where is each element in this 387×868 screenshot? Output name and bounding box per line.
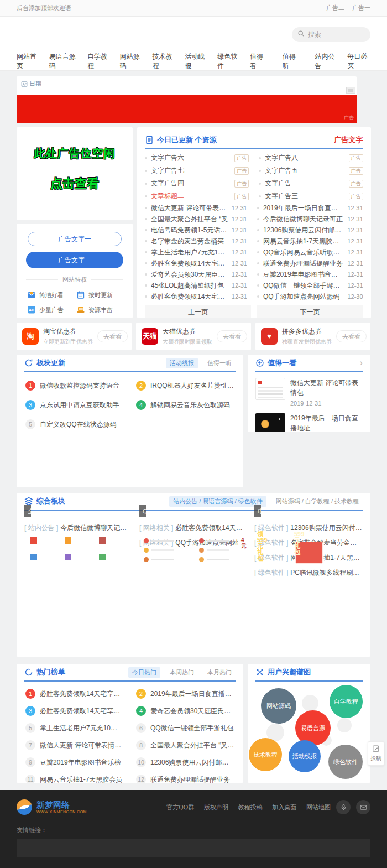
ranked-item[interactable]: 6 QQ微信一键领全部手游礼包 [136,723,234,733]
ad-text-button-1[interactable]: 广告文字一 [28,232,122,246]
post-list-item[interactable]: 今后微信微博聊天记录可正 12-31 [257,214,363,225]
post-list-item[interactable]: 微信大更新 评论可带表情包 12-31 [145,202,247,214]
interest-bubble[interactable]: 绿色软件 [328,745,363,779]
ranked-item[interactable]: 5 自定义改QQ在线状态源码 [25,419,124,429]
nav-item[interactable]: 自学教程 [87,52,111,71]
post-list-item[interactable]: QQ手游加速点亮网站源码 12-30 [257,291,363,302]
nav-item[interactable]: 活动线报 [185,52,208,71]
search-input[interactable] [308,30,360,38]
ranked-item[interactable]: 3 京东试用申请京豆获取助手 [25,400,124,410]
ranked-item[interactable]: 1 微信收款监控源码支持语音 [25,381,124,391]
ad-list-item[interactable]: 文字广告六 广告 [145,152,249,164]
post-list-item[interactable]: 网易云音乐抽1-7天黑胶会员 12-31 [257,236,363,247]
footer-link[interactable]: 版权声明 [194,803,228,812]
search-box[interactable] [292,27,370,42]
module-tab[interactable]: 活动线报 [166,358,198,368]
ranked-item[interactable]: 9 豆瓣2019年电影图书音乐榜 [25,757,124,767]
nav-item[interactable]: 绿色软件 [217,52,240,71]
composite-tab[interactable]: 网站源码 / 自学教程 / 技术教程 [272,496,363,507]
post-list-item[interactable]: 45张LOL超高清壁纸打包 12-31 [145,280,247,291]
post-list-item[interactable]: 2019年最后一场日食直播地址 12-31 [257,202,363,214]
post-list-item[interactable]: QQ微信一键领全部手游礼包 12-31 [257,280,363,291]
red-ad-banner[interactable]: 广告 [17,95,357,123]
post-list-item[interactable]: 12306购票使用云闪付邮储6 12-31 [257,225,363,236]
coupon-go-button[interactable]: 去看看 [217,330,247,342]
interest-bubble[interactable]: 网站源码 [261,688,296,724]
module-tab[interactable]: 值得一听 [203,358,236,368]
footer-link[interactable]: 网站地图 [296,803,331,812]
nav-item[interactable]: 网站首页 [17,52,40,71]
coupon-card[interactable]: ♥ 拼多多优惠券 独家直发拼团优惠券 去看看 [255,323,370,350]
nav-item[interactable]: 技术教程 [153,52,176,71]
ranked-item[interactable]: 10 12306购票使用云闪付邮储60-30 [136,757,234,767]
chevron-right-icon[interactable]: › [360,358,363,367]
coupon-go-button[interactable]: 去看看 [336,330,367,342]
nav-item[interactable]: 每日必买 [347,52,370,71]
tagged-link[interactable]: [ 绿色软件 ] 12306购票使用云闪付邮储60-30 [254,523,363,533]
tagged-link[interactable]: [ 网络相关 ] 必胜客免费领取14天宅享卡会员 [139,523,248,533]
footer-link[interactable]: 官方QQ群 [166,803,194,812]
ad-text-button-2[interactable]: 广告文字二 [26,252,123,268]
coupon-card[interactable]: 天猫 天猫优惠券 大额券限时限量领取 去看看 [136,323,251,350]
hot-tab[interactable]: 本周热门 [166,667,198,678]
ad-list-item[interactable]: 文字广告四 广告 [145,177,249,190]
post-list-item[interactable]: 名字带金的麦当劳金桶买 12-31 [145,236,247,247]
ranked-item[interactable]: 7 微信大更新 评论可带表情包 各种 [25,740,124,750]
ranked-item[interactable]: 8 全国最大聚合外挂平台 “叉叉助手 [136,740,234,750]
post-list-item[interactable]: 全国最大聚合外挂平台 “叉 12-31 [145,214,247,225]
nav-item[interactable]: 易语言源码 [49,52,78,71]
coupon-go-button[interactable]: 去看看 [97,330,128,342]
main-nav: 网站首页易语言源码自学教程网站源码技术教程活动线报绿色软件值得一看值得一听站内公… [0,52,387,71]
interest-bubble[interactable]: 技术教程 [249,738,282,771]
mail-contact-button[interactable] [356,800,370,814]
worth-item[interactable]: 2019年最后一场日食直播地址 2019-12-31 [255,413,363,432]
ranked-item[interactable]: 2 2019年最后一场日食直播地址 [136,689,234,699]
post-list-item[interactable]: 电信号码免费领1-5元话费秒 12-31 [145,225,247,236]
ad-list-item[interactable]: 文字广告三 广告 [259,190,363,202]
composite-tab[interactable]: 站内公告 / 易语言源码 / 绿色软件 [169,496,266,507]
hot-tab[interactable]: 本月热门 [203,667,236,678]
post-list-item[interactable]: 必胜客免费领取14天宅享卡 12-31 [145,258,247,269]
prev-page-button[interactable]: 上一页 [145,305,251,318]
post-list-item[interactable]: 联通免费办理漏话提醒业务 12-31 [257,258,363,269]
topbar-ad-link[interactable]: 广告二 [326,4,344,12]
post-list-item[interactable]: 爱奇艺会员领30天屈臣氏会 12-31 [145,269,247,280]
footer-link[interactable]: 教程投稿 [228,803,263,812]
interest-bubble[interactable]: 活动线报 [289,740,321,772]
worth-item[interactable]: 微信大更新 评论可带表情包 2019-12-31 [255,378,363,407]
ad-list-item[interactable]: 文字广告七 广告 [145,164,249,177]
topbar-ad-link[interactable]: 广告一 [352,4,370,12]
ranked-item[interactable]: 4 解锁网易云音乐灰色取源码 [136,400,234,410]
post-list-item[interactable]: 必胜客免费领取14天宅享卡 12-31 [145,291,247,302]
post-list-item[interactable]: QQ音乐网易云音乐听歌回忆 12-31 [257,247,363,258]
mic-contact-button[interactable] [336,800,351,814]
ranked-item[interactable]: 11 网易云音乐抽1-7天黑胶会员 [25,775,124,783]
nav-item[interactable]: 值得一看 [250,52,273,71]
ad-list-item[interactable]: 文字广告五 广告 [259,164,363,177]
nav-item[interactable]: 网站源码 [120,52,143,71]
tagged-link[interactable]: [ 站内公告 ] 今后微信微博聊天记录可正式 [24,523,133,533]
tagged-link[interactable]: [ 绿色软件 ] PC腾讯微视多线程刷播放量源码 [254,568,363,578]
nav-item[interactable]: 值得一听 [283,52,306,71]
ranked-item[interactable]: 5 掌上生活老用户7元充10元话费 [25,723,124,733]
top-slider[interactable]: 日期 广告 [17,76,357,123]
coupon-card[interactable]: 淘 淘宝优惠券 立即更新到手优惠券 去看看 [17,323,132,350]
ad-text-link[interactable]: 广告文字 [334,135,363,145]
submit-post-button[interactable]: 投稿 [368,741,384,766]
ad-list-item[interactable]: 文字广告一 广告 [259,177,363,190]
ad-list-item[interactable]: 文章标题二 广告 [145,190,249,202]
ad-list-item[interactable]: 文字广告八 广告 [259,152,363,164]
ranked-item[interactable]: 12 联通免费办理漏话提醒业务 [136,775,234,783]
ranked-item[interactable]: 2 IRQQ机器人好友名片赞引流源 [136,381,234,391]
ranked-item[interactable]: 3 必胜客免费领取14天宅享卡会员 [25,706,124,716]
post-list-item[interactable]: 掌上生活老用户7元充10元话 12-31 [145,247,247,258]
hot-tab[interactable]: 今日热门 [128,667,160,678]
footer-link[interactable]: 加入桌面 [263,803,297,812]
ranked-item[interactable]: 1 必胜客免费领取14天宅享卡会员 [25,689,124,699]
post-list-item[interactable]: 豆瓣2019年电影图书音乐榜 12-31 [257,269,363,280]
nav-item[interactable]: 站内公告 [315,52,338,71]
ranked-item[interactable]: 4 爱奇艺会员领30天屈臣氏会员 [136,706,234,716]
next-page-button[interactable]: 下一页 [257,305,363,318]
empty-ad-slot[interactable]: 此处广告位空闲 点击查看 [17,127,133,220]
interest-bubble[interactable]: 自学教程 [330,685,363,718]
